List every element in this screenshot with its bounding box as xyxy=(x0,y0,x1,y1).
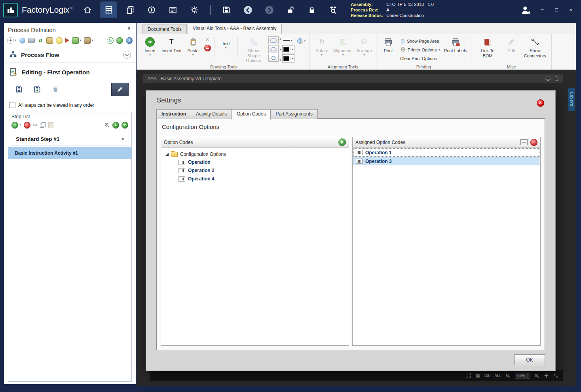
chevron-down-icon[interactable]: ▾ xyxy=(122,136,124,142)
move-up-button[interactable] xyxy=(112,122,119,129)
rounded-rect-shape-button[interactable] xyxy=(268,36,279,44)
delete-operation-button[interactable] xyxy=(47,83,63,95)
view-mode-icon[interactable] xyxy=(545,76,551,81)
color-options-icon[interactable] xyxy=(84,37,91,44)
paste-button[interactable]: Paste ▾ xyxy=(184,35,202,57)
zoom-in-icon[interactable] xyxy=(534,373,540,379)
news-button[interactable] xyxy=(167,4,178,15)
all-pages-indicator[interactable]: ALL xyxy=(494,373,501,378)
cut-icon[interactable]: ✂ xyxy=(33,122,38,128)
assigned-item[interactable]: Operation 1 xyxy=(353,148,539,157)
save-operation-button[interactable] xyxy=(11,83,27,95)
edit-button[interactable]: Edit xyxy=(502,35,520,54)
tree-expander-icon[interactable] xyxy=(165,153,169,156)
tab-document-tools[interactable]: Document Tools xyxy=(142,25,187,34)
more-shapes-icon[interactable]: ▾ xyxy=(280,59,281,62)
process-editor-button[interactable] xyxy=(101,2,117,18)
pan-tool-icon[interactable] xyxy=(544,373,549,378)
zoom-down-icon[interactable]: ▾ xyxy=(527,376,528,378)
circle-shape-button[interactable] xyxy=(268,54,279,62)
remove-shape-button[interactable] xyxy=(204,45,211,51)
collapse-chevron-icon[interactable] xyxy=(123,51,131,59)
tab-activity-details[interactable]: Activity Details xyxy=(191,109,232,119)
fit-view-icon[interactable] xyxy=(466,373,471,378)
dropdown-caret-icon[interactable]: ▾ xyxy=(80,39,82,42)
dropdown-caret-icon[interactable]: ▾ xyxy=(92,39,93,42)
link-to-bom-button[interactable]: Link To BOM xyxy=(474,35,501,59)
rotate-button[interactable]: ↻ Rotate ▾ xyxy=(313,35,331,57)
scroll-down-icon[interactable]: ▾ xyxy=(280,48,281,51)
assign-team-icon[interactable] xyxy=(46,37,53,44)
add-anchor-icon[interactable] xyxy=(553,373,558,378)
tab-option-codes[interactable]: Option Codes xyxy=(232,109,271,120)
printer-options-button[interactable]: Printer Options ▾ xyxy=(399,45,442,54)
refresh-icon[interactable]: ↻ xyxy=(107,37,114,44)
fill-color-picker[interactable]: ▾ xyxy=(282,54,294,62)
add-icon[interactable]: + xyxy=(7,37,14,44)
scroll-up-icon[interactable]: ▴ xyxy=(280,37,281,40)
flag-icon[interactable] xyxy=(65,38,69,43)
unlock-button[interactable] xyxy=(285,4,296,15)
activity-row-selected[interactable]: Basic Instruction Activity #1 xyxy=(8,147,131,159)
show-shape-options-button[interactable]: Show Shape Options xyxy=(240,35,267,64)
insert-text-button[interactable]: T Insert Text xyxy=(160,35,183,54)
print-button[interactable]: Print xyxy=(379,35,397,54)
navigator-button[interactable] xyxy=(146,4,157,15)
show-connectors-button[interactable]: Show Connectors xyxy=(522,35,549,59)
text-menu-button[interactable]: Text ▾ xyxy=(217,35,235,50)
forward-button[interactable] xyxy=(264,4,275,15)
line-color-picker[interactable]: ▾ xyxy=(282,45,294,53)
clear-print-options-button[interactable]: Clear Print Options xyxy=(399,54,442,62)
page-layout-icon[interactable] xyxy=(554,76,559,81)
process-flow-row[interactable]: Process Flow xyxy=(4,47,136,62)
alignment-button[interactable]: Alignment ▾ xyxy=(332,35,354,57)
zoom-out-icon[interactable] xyxy=(505,373,511,379)
save-button[interactable] xyxy=(221,4,232,15)
tree-item[interactable]: Operation 2 xyxy=(163,167,347,175)
tree-item[interactable]: Operation 4 xyxy=(163,175,347,183)
show-page-area-button[interactable]: Show Page Area xyxy=(399,37,442,45)
delete-icon[interactable]: × xyxy=(206,38,209,42)
step-row[interactable]: Standard Step #1 ▾ xyxy=(11,132,129,146)
back-button[interactable] xyxy=(242,4,253,15)
tree-options-icon[interactable] xyxy=(72,37,79,44)
dropdown-caret-icon[interactable]: ▾ xyxy=(15,39,17,42)
transfer-icon[interactable]: ⇄ xyxy=(38,38,44,44)
dialog-close-button[interactable]: × xyxy=(537,99,544,107)
tab-part-assignments[interactable]: Part Assignments xyxy=(270,109,317,119)
line-style-button[interactable]: ▾ xyxy=(282,36,294,44)
settings-button[interactable] xyxy=(189,4,200,15)
tree-item[interactable]: Operation xyxy=(163,158,347,167)
notify-icon[interactable] xyxy=(56,37,63,44)
save-template-button[interactable] xyxy=(29,83,45,95)
edit-assignments-button[interactable] xyxy=(520,139,528,145)
assign-option-button[interactable] xyxy=(338,138,346,146)
ellipse-shape-button[interactable] xyxy=(268,45,279,53)
paste-icon[interactable] xyxy=(48,122,53,128)
home-button[interactable] xyxy=(82,4,93,15)
tab-instruction[interactable]: Instruction xyxy=(156,109,191,119)
tree-root-row[interactable]: Configuration Options xyxy=(163,150,347,158)
minimize-button[interactable]: − xyxy=(539,6,545,13)
publish-icon[interactable] xyxy=(19,38,25,44)
ok-button[interactable]: OK xyxy=(514,354,545,365)
add-step-button[interactable] xyxy=(11,122,18,129)
zoom-add-icon[interactable] xyxy=(104,122,110,128)
lock-button[interactable] xyxy=(306,4,317,15)
remove-assignment-button[interactable] xyxy=(530,139,537,146)
maximize-button[interactable]: □ xyxy=(553,6,560,13)
validate-icon[interactable] xyxy=(116,37,123,44)
process-audit-button[interactable] xyxy=(328,4,339,15)
dropdown-caret-icon[interactable]: ▾ xyxy=(19,123,21,127)
layers-tab[interactable]: Layers xyxy=(568,88,575,111)
tab-visual-aid-tools[interactable]: Visual Aid Tools - AAA - Basic Assembly xyxy=(188,24,282,34)
assigned-item-selected[interactable]: Operation 3 xyxy=(353,157,539,165)
close-button[interactable]: × xyxy=(568,6,574,13)
move-down-button[interactable] xyxy=(122,122,128,129)
insert-button[interactable]: Insert ▾ xyxy=(141,35,159,57)
print-icon[interactable] xyxy=(28,38,35,43)
info-icon[interactable]: i xyxy=(126,37,133,44)
arrange-button[interactable]: Arrange ▾ xyxy=(355,35,373,57)
print-labels-button[interactable]: Print Labels xyxy=(443,35,468,54)
documents-button[interactable] xyxy=(125,4,136,15)
